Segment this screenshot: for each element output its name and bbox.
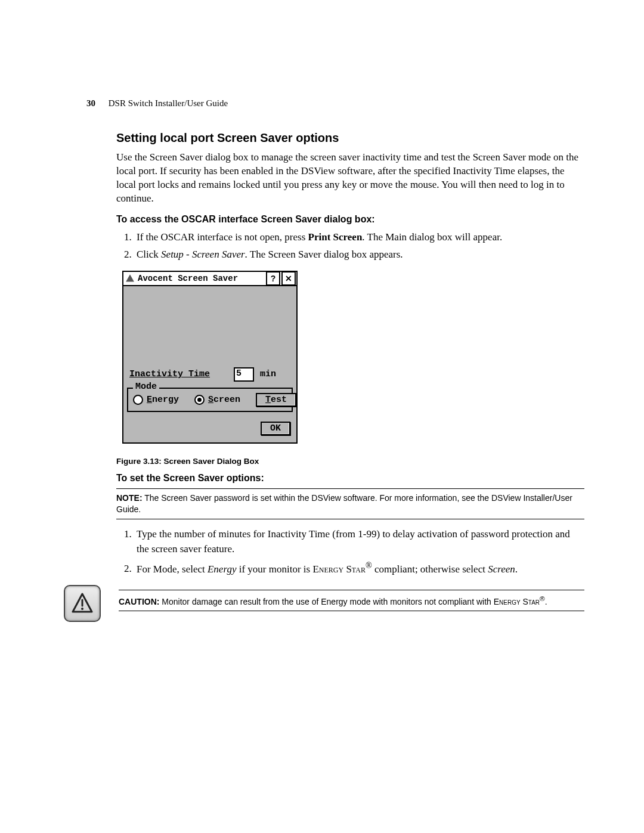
mode-group: Mode Energy Screen Test: [127, 388, 293, 412]
note-block: NOTE: The Screen Saver password is set w…: [116, 488, 584, 519]
inactivity-unit: min: [260, 369, 276, 379]
radio-icon: [133, 395, 143, 405]
dialog-title: Avocent Screen Saver: [137, 274, 265, 283]
list-item: For Mode, select Energy if your monitor …: [134, 559, 584, 577]
dialog-titlebar: Avocent Screen Saver ? ✕: [123, 272, 296, 286]
mode-screen-option[interactable]: Screen: [194, 395, 240, 405]
dialog-spacer: [123, 286, 296, 364]
set-heading: To set the Screen Saver options:: [116, 473, 584, 484]
page-header: 30 DSR Switch Installer/User Guide: [86, 98, 228, 109]
caution-icon: [64, 585, 101, 622]
radio-icon: [194, 395, 205, 405]
ok-button[interactable]: OK: [261, 422, 290, 435]
close-button[interactable]: ✕: [281, 271, 296, 286]
set-steps: Type the number of minutes for Inactivit…: [122, 527, 584, 577]
inactivity-input[interactable]: 5: [234, 367, 254, 382]
list-item: Type the number of minutes for Inactivit…: [134, 527, 584, 557]
access-heading: To access the OSCAR interface Screen Sav…: [116, 214, 584, 225]
app-icon: [123, 272, 137, 285]
doc-title: DSR Switch Installer/User Guide: [109, 98, 228, 108]
svg-point-1: [81, 608, 83, 610]
section-intro: Use the Screen Saver dialog box to manag…: [116, 151, 584, 206]
list-item: If the OSCAR interface is not open, pres…: [134, 230, 584, 245]
test-button[interactable]: Test: [256, 393, 296, 407]
list-item: Click Setup - Screen Saver. The Screen S…: [134, 247, 584, 262]
screen-saver-dialog: Avocent Screen Saver ? ✕ Inactivity Time…: [122, 271, 298, 444]
inactivity-label: Inactivity Time: [129, 369, 210, 379]
figure-caption: Figure 3.13: Screen Saver Dialog Box: [116, 457, 584, 466]
section-heading: Setting local port Screen Saver options: [116, 131, 584, 145]
access-steps: If the OSCAR interface is not open, pres…: [122, 230, 584, 262]
page-number: 30: [86, 98, 95, 108]
help-button[interactable]: ?: [266, 271, 280, 286]
caution-block: CAUTION: Monitor damage can result from …: [119, 590, 584, 612]
mode-legend: Mode: [133, 382, 159, 392]
mode-energy-option[interactable]: Energy: [133, 395, 179, 405]
